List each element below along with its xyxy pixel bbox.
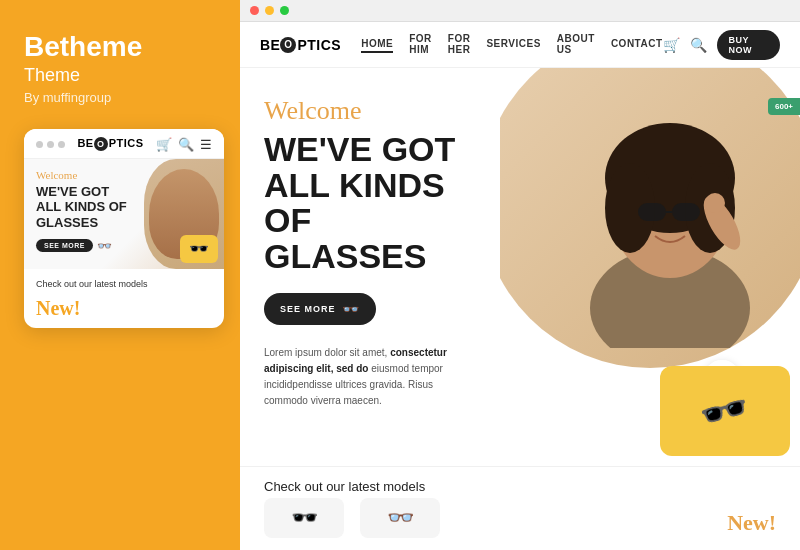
browser-minimize-dot: [265, 6, 274, 15]
svg-point-9: [705, 193, 725, 213]
mobile-logo: BEOPTICS: [77, 137, 143, 151]
mobile-dot-1: [36, 141, 43, 148]
hero-image-area: ▶ 🕶️ 600+: [500, 68, 800, 466]
mobile-mockup: BEOPTICS 🛒 🔍 ☰ Welcome WE'VE GOT ALL KIN…: [24, 129, 224, 328]
mobile-glasses-icon: 👓: [97, 239, 112, 253]
brand-theme: Theme: [24, 65, 80, 86]
nav-actions: 🛒 🔍 BUY NOW: [663, 30, 780, 60]
nav-links: HOME FOR HIM FOR HER SERVICES ABOUT US C…: [361, 33, 662, 57]
hero-cta: SEE MORE 👓: [264, 293, 476, 325]
glasses-card: 🕶️: [660, 366, 790, 456]
mobile-dot-2: [47, 141, 54, 148]
svg-rect-5: [638, 203, 666, 221]
mobile-menu-icon: ☰: [200, 137, 212, 152]
right-panel: BEOPTICS HOME FOR HIM FOR HER SERVICES A…: [240, 0, 800, 550]
brand-name: Betheme: [24, 32, 142, 63]
mobile-logo-circle: O: [94, 137, 108, 151]
nav-link-home[interactable]: HOME: [361, 38, 393, 51]
main-content: Welcome WE'VE GOT ALL KINDS OF GLASSES S…: [240, 68, 800, 466]
nav-link-for-him[interactable]: FOR HIM: [409, 33, 432, 57]
nav-search-icon[interactable]: 🔍: [690, 37, 707, 53]
browser-close-dot: [250, 6, 259, 15]
nav-link-contact[interactable]: CONTACT: [611, 38, 663, 51]
hero-description: Lorem ipsum dolor sit amet, consectetur …: [264, 345, 476, 409]
mobile-cart-icon: 🛒: [156, 137, 172, 152]
hero-welcome: Welcome: [264, 96, 476, 126]
nav-link-services[interactable]: SERVICES: [486, 38, 540, 51]
hero-headline: WE'VE GOT ALL KINDS OF GLASSES: [264, 132, 476, 275]
mobile-nav-icons: 🛒 🔍 ☰: [156, 137, 212, 152]
mobile-check-text: Check out our latest models: [24, 269, 224, 295]
person-svg: [550, 78, 790, 348]
nav-cart-icon[interactable]: 🛒: [663, 37, 680, 53]
glasses-preview-1: 🕶️: [264, 498, 344, 538]
mobile-hero-headline: WE'VE GOT ALL KINDS OF GLASSES: [36, 184, 133, 231]
left-panel: Betheme Theme By muffingroup BEOPTICS 🛒 …: [0, 0, 240, 550]
nav-logo-circle: O: [280, 37, 296, 53]
counter-number: 600+: [775, 102, 793, 111]
desktop-nav: BEOPTICS HOME FOR HIM FOR HER SERVICES A…: [240, 22, 800, 68]
nav-link-for-her[interactable]: FOR HER: [448, 33, 471, 57]
svg-rect-6: [672, 203, 700, 221]
hero-glasses-icon: 👓: [342, 301, 360, 317]
mobile-dots: [36, 141, 65, 148]
bottom-new-label: New!: [727, 510, 776, 536]
bottom-glasses-preview: 🕶️ 👓: [264, 498, 776, 538]
mobile-search-icon: 🔍: [178, 137, 194, 152]
hero-see-more-label: SEE MORE: [280, 304, 336, 314]
counter-badge: 600+: [768, 98, 800, 115]
mobile-nav: BEOPTICS 🛒 🔍 ☰: [24, 129, 224, 159]
mobile-dot-3: [58, 141, 65, 148]
hero-person-image: [540, 68, 800, 348]
brand-by: By muffingroup: [24, 90, 111, 105]
nav-buy-button[interactable]: BUY NOW: [717, 30, 780, 60]
glasses-card-image: 🕶️: [695, 382, 755, 440]
hero-see-more-button[interactable]: SEE MORE 👓: [264, 293, 376, 325]
bottom-section: Check out our latest models 🕶️ 👓 New!: [240, 466, 800, 550]
nav-logo: BEOPTICS: [260, 37, 341, 53]
glasses-preview-2: 👓: [360, 498, 440, 538]
mobile-glasses-thumbnail: 🕶️: [180, 235, 218, 263]
hero-section: Welcome WE'VE GOT ALL KINDS OF GLASSES S…: [240, 68, 500, 466]
bottom-check-text: Check out our latest models: [264, 479, 776, 494]
mobile-new-label: New!: [24, 295, 224, 328]
nav-link-about[interactable]: ABOUT US: [557, 33, 595, 57]
mobile-hero: Welcome WE'VE GOT ALL KINDS OF GLASSES 🕶…: [24, 159, 224, 269]
mobile-see-btn-label[interactable]: SEE MORE: [36, 239, 93, 252]
browser-chrome: [240, 0, 800, 22]
browser-maximize-dot: [280, 6, 289, 15]
